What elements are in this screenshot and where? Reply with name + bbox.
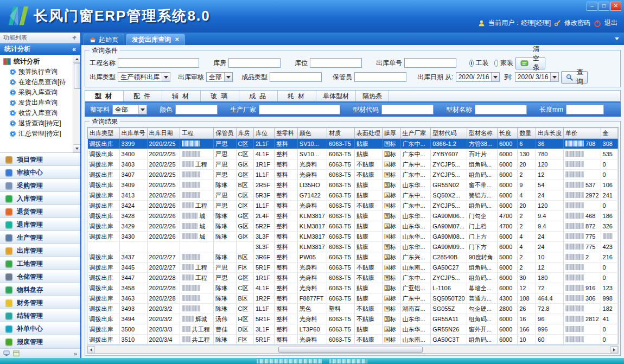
product-type-input[interactable] xyxy=(270,72,322,82)
material-tab[interactable]: 成品 xyxy=(239,91,278,101)
material-tab[interactable]: 玻璃 xyxy=(201,91,239,101)
radio-gongzhuang[interactable] xyxy=(469,60,474,67)
out-type-select[interactable]: 生产领料出库 xyxy=(118,72,170,82)
order-no-input[interactable] xyxy=(404,58,456,68)
radio-jiazhuang[interactable] xyxy=(494,60,499,67)
material-tab[interactable]: 隔热条 xyxy=(356,91,389,101)
column-header[interactable]: 型材代码 xyxy=(431,128,467,139)
column-header[interactable]: 生产厂家 xyxy=(400,128,431,139)
column-header[interactable]: 出库长度 xyxy=(536,128,564,139)
scroll-down-icon[interactable] xyxy=(73,144,80,152)
audit-select[interactable]: 全部 xyxy=(206,72,233,82)
column-header[interactable]: 出库单号 xyxy=(119,128,147,139)
tree-item[interactable]: 发货出库查询 xyxy=(3,98,73,108)
collapse-icon[interactable]: « xyxy=(72,46,76,53)
color-input[interactable] xyxy=(175,105,218,114)
column-header[interactable]: 材质 xyxy=(327,128,354,139)
scroll-up-icon[interactable] xyxy=(73,55,80,63)
clear-conditions-button[interactable]: 清空条件 xyxy=(515,57,545,69)
tab-home[interactable]: 起始页 xyxy=(84,34,124,45)
warehouse-input[interactable] xyxy=(228,58,281,68)
material-tab[interactable]: 型材 xyxy=(85,91,124,101)
panel-icon[interactable] xyxy=(13,350,20,356)
tree-item[interactable]: 采购入库查询 xyxy=(3,87,73,98)
hscrollbar-thumb[interactable] xyxy=(278,347,423,353)
column-header[interactable]: 库位 xyxy=(253,128,274,139)
table-row[interactable]: 调拨出库34292020/2/26 城陈琳G区5R2F整料KLM38176063… xyxy=(88,221,618,232)
material-tab[interactable]: 耗材 xyxy=(278,91,316,101)
sidebar-module[interactable]: 结转管理 xyxy=(0,309,80,322)
sidebar-module[interactable]: 工地管理 xyxy=(0,257,80,270)
more-chevrons-icon[interactable]: » xyxy=(74,350,77,357)
sidebar-module[interactable]: 财务管理 xyxy=(0,296,80,309)
date-to-picker[interactable]: 2020/ 3/16 xyxy=(515,72,559,82)
tree-item[interactable]: 退货查询[待定] xyxy=(3,118,73,129)
table-row[interactable]: 调拨出库34032020/2/25 工程严思G区1R1F整料光身料6063-T5… xyxy=(88,159,618,170)
column-header[interactable]: 出库类型 xyxy=(88,128,120,139)
whole-piece-select[interactable]: 全部 xyxy=(112,105,147,114)
material-tab[interactable]: 辅材 xyxy=(162,91,201,101)
tree-scrollbar[interactable] xyxy=(73,55,80,152)
tree-item[interactable]: 统计分析 xyxy=(3,56,73,67)
change-password-link[interactable]: 修改密码 xyxy=(564,18,590,28)
sidebar-section-statistics[interactable]: 统计分析 « xyxy=(0,43,80,55)
tree-item[interactable]: 预算执行查询 xyxy=(3,67,73,77)
table-hscrollbar[interactable] xyxy=(87,346,619,354)
table-row[interactable]: 调拨出库35002020/3/3 共工程曹佳D区3L1F整料LT3P606063… xyxy=(88,324,618,335)
date-from-picker[interactable]: 2020/ 2/16 xyxy=(456,72,500,82)
table-row[interactable]: 调拨出库34302020/2/26 城陈琳G区3L3F整料KLM38176063… xyxy=(88,232,618,242)
maximize-button[interactable]: □ xyxy=(598,2,609,11)
sidebar-module[interactable]: 出库管理 xyxy=(0,244,80,257)
sidebar-module[interactable]: 报废管理 xyxy=(0,335,80,348)
vscrollbar-thumb[interactable] xyxy=(74,63,80,89)
table-row[interactable]: 调拨出库34942020/3/2 辉城汤伟H区5R1F整料光身料6063-T5不… xyxy=(88,314,618,324)
column-header[interactable]: 金 xyxy=(601,128,617,139)
sidebar-module[interactable]: 补单中心 xyxy=(0,322,80,335)
length-input[interactable] xyxy=(566,105,604,114)
material-tab[interactable]: 单体型材 xyxy=(316,91,356,101)
column-header[interactable]: 颜色 xyxy=(297,128,327,139)
sidebar-module[interactable]: 审核中心 xyxy=(0,166,80,179)
keeper-input[interactable] xyxy=(354,72,406,82)
column-header[interactable]: 数量 xyxy=(518,128,536,139)
sidebar-module[interactable]: 退库管理 xyxy=(0,218,80,231)
profile-name-input[interactable] xyxy=(475,105,527,114)
sidebar-module[interactable]: 仓储管理 xyxy=(0,270,80,283)
monitor-icon[interactable] xyxy=(3,350,10,356)
tab-shipment-outbound-query[interactable]: 发货出库查询 ✕ xyxy=(126,34,185,45)
table-row[interactable]: 调拨出库34282020/2/26 城陈琳G区2L4F整料KLM38176063… xyxy=(88,211,618,221)
table-row[interactable]: 3L3F整料KLM38176063-T5贴膜国标山东华...GA90M09...… xyxy=(88,242,618,252)
column-header[interactable]: 单价 xyxy=(564,128,601,139)
column-header[interactable]: 表面处理 xyxy=(354,128,382,139)
scroll-left-icon[interactable] xyxy=(87,346,95,353)
search-button[interactable]: 查 询 xyxy=(561,71,588,84)
column-header[interactable]: 出库日期 xyxy=(147,128,180,139)
table-row[interactable]: 调拨出库33992020/2/25严思C区2L1F整料SV10...6063-T… xyxy=(88,139,618,149)
table-row[interactable]: 调拨出库34632020/2/28陈琳B区1R2F整料F8877FT6063-T… xyxy=(88,293,618,304)
sidebar-module[interactable]: 项目管理 xyxy=(0,153,80,166)
sidebar-module[interactable]: 生产管理 xyxy=(0,231,80,244)
project-name-input[interactable] xyxy=(118,58,199,68)
close-button[interactable]: ✕ xyxy=(610,2,621,11)
column-header[interactable]: 保管员 xyxy=(214,128,236,139)
table-row[interactable]: 调拨出库35102020/3/4 共工程陈琳F区5R1F整料光身料6063-T5… xyxy=(88,335,618,345)
column-header[interactable]: 膜厚 xyxy=(382,128,400,139)
tree-item[interactable]: 在途信息查询[待 xyxy=(3,77,73,87)
table-row[interactable]: 调拨出库34932020/3/2陈琳C区1L1F整料黑色塑料不贴膜国标湖南百..… xyxy=(88,304,618,314)
logout-link[interactable]: 退出 xyxy=(604,18,617,28)
sidebar-module[interactable]: 入库管理 xyxy=(0,192,80,205)
table-row[interactable]: 调拨出库34132020/2/26严思C区5R3F整料G714226063-T5… xyxy=(88,190,618,201)
manufacturer-input[interactable] xyxy=(259,105,340,114)
table-row[interactable]: 调拨出库34452020/2/27 工程严思F区5R1F整料光身料6063-T5… xyxy=(88,263,618,273)
table-row[interactable]: 调拨出库34242020/2/26 工程严思C区1L1F整料光身料6063-T5… xyxy=(88,201,618,211)
sidebar-module[interactable]: 退货管理 xyxy=(0,205,80,218)
column-header[interactable]: 库房 xyxy=(236,128,253,139)
pin-icon[interactable] xyxy=(72,35,77,41)
location-input[interactable] xyxy=(310,58,362,68)
table-row[interactable]: 调拨出库34092020/2/25陈琳B区2R5F整料LI35HO6063-T5… xyxy=(88,180,618,190)
table-row[interactable]: 调拨出库34072020/2/25严思G区1L1F整料光身料6063-T5不贴膜… xyxy=(88,170,618,180)
table-row[interactable]: 调拨出库34472020/2/28 工程严思G区1R1F整料光身料6063-T5… xyxy=(88,273,618,283)
minimize-button[interactable]: – xyxy=(587,2,597,11)
table-row[interactable]: 调拨出库34372020/2/27陈琳B区3R6F整料PW056063-T5贴膜… xyxy=(88,252,618,263)
tree-item[interactable]: 汇总管理[待定] xyxy=(3,129,73,139)
